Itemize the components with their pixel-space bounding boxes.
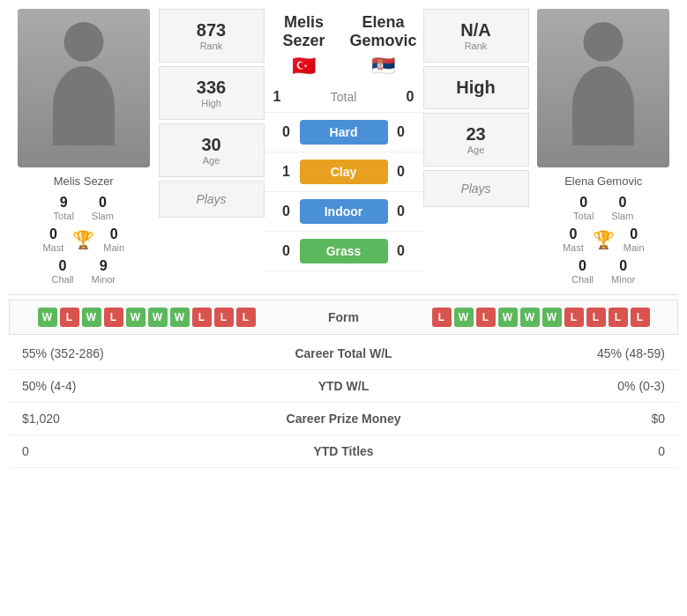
- stats-row: 50% (4-4) YTD W/L 0% (0-3): [9, 370, 678, 403]
- clay-button[interactable]: Clay: [300, 160, 388, 184]
- left-high-label: High: [201, 98, 221, 108]
- form-badge-left: W: [148, 308, 168, 327]
- left-minor-label: Minor: [92, 274, 116, 285]
- stat-center-label: Career Prize Money: [232, 403, 455, 435]
- stat-left-value: 0: [9, 435, 232, 468]
- left-trophy-icon: 🏆: [72, 229, 94, 250]
- stat-center-label: YTD Titles: [232, 435, 455, 468]
- form-badge-right: W: [520, 308, 540, 327]
- indoor-row: 0 Indoor 0: [265, 192, 423, 232]
- total-row: 1 Total 0: [265, 82, 423, 112]
- right-minor-label: Minor: [611, 274, 636, 285]
- left-age-box: 30 Age: [159, 123, 265, 177]
- form-right-badges: LWLWWWLLLL: [432, 308, 669, 327]
- stats-row: $1,020 Career Prize Money $0: [9, 403, 678, 435]
- left-plays-box: Plays: [159, 181, 265, 218]
- left-slam-value: 0: [99, 195, 107, 211]
- right-rank-box: N/A Rank: [423, 9, 529, 63]
- right-rank-value: N/A: [460, 20, 490, 41]
- indoor-right: 0: [388, 204, 414, 219]
- form-section: WLWLWWWLLL Form LWLWWWLLLL: [9, 300, 678, 335]
- right-total-value: 0: [579, 195, 587, 211]
- right-rank-label: Rank: [465, 41, 488, 51]
- form-badge-left: W: [170, 308, 190, 327]
- left-plays-label: Plays: [196, 192, 226, 206]
- stat-center-label: YTD W/L: [232, 370, 455, 403]
- indoor-button[interactable]: Indoor: [300, 199, 388, 224]
- grass-left: 0: [273, 243, 300, 259]
- stat-left-value: 55% (352-286): [9, 338, 232, 370]
- total-left-score: 1: [273, 89, 281, 105]
- stat-left-value: $1,020: [9, 403, 232, 435]
- form-badge-left: W: [126, 308, 146, 327]
- form-badge-left: W: [38, 308, 57, 327]
- form-badge-left: W: [82, 308, 101, 327]
- form-badge-right: L: [631, 308, 650, 327]
- stat-center-label: Career Total W/L: [232, 338, 455, 370]
- grass-right: 0: [388, 243, 414, 259]
- left-player-name-header: Melis Sezer: [265, 13, 344, 50]
- left-high-value: 336: [197, 78, 226, 98]
- left-main-value: 0: [110, 226, 118, 242]
- right-plays-box: Plays: [423, 170, 529, 207]
- right-player-photo: [537, 9, 669, 167]
- hard-left: 0: [273, 124, 300, 140]
- stat-right-value: $0: [455, 403, 678, 435]
- right-trophy-icon: 🏆: [593, 229, 615, 250]
- right-chall-value: 0: [579, 258, 586, 274]
- left-player-photo: [18, 9, 150, 167]
- right-mast-label: Mast: [563, 242, 584, 253]
- hard-button[interactable]: Hard: [300, 120, 388, 145]
- stats-row: 55% (352-286) Career Total W/L 45% (48-5…: [9, 338, 678, 370]
- left-main-label: Main: [103, 242, 124, 253]
- hard-row: 0 Hard 0: [265, 112, 423, 152]
- form-badge-right: W: [454, 308, 474, 327]
- left-slam-label: Slam: [92, 211, 114, 221]
- left-age-label: Age: [203, 155, 220, 166]
- form-badge-right: L: [476, 308, 496, 327]
- stat-right-value: 0: [455, 435, 678, 468]
- clay-row: 1 Clay 0: [265, 152, 423, 192]
- left-rank-label: Rank: [200, 41, 223, 51]
- form-left-badges: WLWLWWWLLL: [19, 308, 256, 327]
- left-rank-value: 873: [197, 20, 226, 41]
- right-main-value: 0: [630, 226, 638, 242]
- stats-row: 0 YTD Titles 0: [9, 435, 678, 468]
- form-badge-left: L: [104, 308, 123, 327]
- right-total-label: Total: [573, 211, 594, 221]
- right-minor-value: 0: [619, 258, 627, 274]
- right-flag: 🇷🇸: [344, 55, 423, 78]
- section-divider: [9, 294, 678, 295]
- left-flag: 🇹🇷: [265, 55, 344, 78]
- grass-row: 0 Grass 0: [265, 232, 423, 271]
- left-rank-box: 873 Rank: [159, 9, 265, 63]
- total-label: Total: [331, 90, 357, 104]
- stat-right-value: 45% (48-59): [455, 338, 678, 370]
- clay-left: 1: [273, 164, 300, 180]
- form-badge-right: L: [609, 308, 628, 327]
- left-mast-value: 0: [49, 226, 57, 242]
- form-label: Form: [256, 310, 432, 324]
- left-total-label: Total: [54, 211, 74, 221]
- grass-button[interactable]: Grass: [300, 239, 388, 263]
- form-badge-left: L: [236, 308, 256, 327]
- right-age-value: 23: [466, 124, 485, 145]
- right-plays-label: Plays: [460, 182, 490, 196]
- right-player-name-header: Elena Gemovic: [344, 13, 423, 50]
- left-middle-stats: 873 Rank 336 High 30 Age Plays: [159, 9, 265, 290]
- left-age-value: 30: [201, 135, 220, 155]
- surface-rows: 0 Hard 0 1 Clay 0 0 Indoor 0 0 Grass: [265, 112, 423, 290]
- right-age-box: 23 Age: [423, 113, 529, 167]
- form-badge-left: L: [192, 308, 212, 327]
- form-badge-right: W: [498, 308, 518, 327]
- right-slam-label: Slam: [611, 211, 633, 221]
- right-high-value: High: [456, 78, 495, 98]
- form-badge-left: L: [214, 308, 234, 327]
- hard-right: 0: [388, 124, 414, 140]
- right-age-label: Age: [467, 145, 485, 155]
- left-chall-value: 0: [59, 258, 67, 274]
- form-badge-right: L: [586, 308, 606, 327]
- left-minor-value: 9: [100, 258, 108, 274]
- right-slam-value: 0: [618, 195, 626, 211]
- right-middle-stats: N/A Rank High 23 Age Plays: [423, 9, 529, 290]
